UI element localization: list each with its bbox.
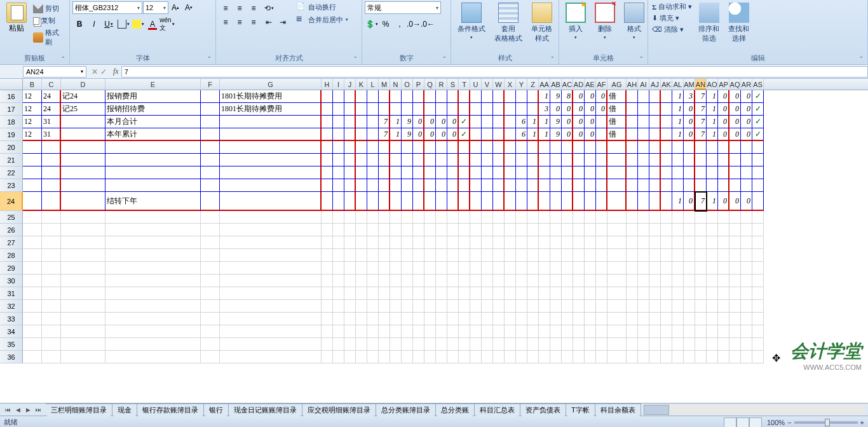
cell-Q27[interactable]	[424, 236, 436, 249]
cell-AM33[interactable]	[684, 313, 695, 325]
cell-AL21[interactable]	[672, 154, 684, 166]
cell-V17[interactable]	[482, 103, 493, 116]
cell-AL31[interactable]	[672, 287, 684, 300]
row-header-23[interactable]: 23	[0, 179, 23, 192]
col-header-O[interactable]: O	[402, 79, 413, 90]
cell-V21[interactable]	[482, 154, 493, 166]
cell-C36[interactable]	[42, 351, 61, 363]
cell-U28[interactable]	[470, 249, 482, 262]
cell-J29[interactable]	[344, 262, 356, 274]
cell-G32[interactable]	[220, 300, 322, 313]
cell-K20[interactable]	[356, 141, 367, 154]
cell-AA24[interactable]	[539, 192, 550, 211]
cell-U30[interactable]	[470, 274, 482, 287]
cell-G34[interactable]	[220, 325, 322, 338]
cell-AB29[interactable]	[550, 262, 562, 274]
cell-AS36[interactable]	[752, 351, 764, 363]
cell-AL34[interactable]	[672, 325, 684, 338]
cell-S22[interactable]	[447, 166, 459, 179]
cell-L19[interactable]	[367, 128, 379, 141]
cell-E26[interactable]	[105, 224, 201, 236]
cell-AO22[interactable]	[707, 166, 718, 179]
cell-S23[interactable]	[447, 179, 459, 192]
cell-AF34[interactable]	[596, 325, 607, 338]
cell-U24[interactable]	[470, 192, 482, 211]
cell-AO35[interactable]	[707, 338, 718, 351]
cell-AQ21[interactable]	[729, 154, 741, 166]
cell-AS20[interactable]	[752, 141, 764, 154]
cell-O32[interactable]	[402, 300, 413, 313]
cell-AS24[interactable]	[752, 192, 764, 211]
cell-O16[interactable]	[402, 90, 413, 103]
cell-AK28[interactable]	[661, 249, 672, 262]
clear-button[interactable]: ⌫清除 ▾	[651, 24, 693, 35]
cell-AM32[interactable]	[684, 300, 695, 313]
cell-B17[interactable]: 12	[23, 103, 42, 116]
cell-R27[interactable]	[436, 236, 447, 249]
cell-AC28[interactable]	[562, 249, 573, 262]
cell-O34[interactable]	[402, 325, 413, 338]
cell-style-button[interactable]: 单元格 样式	[527, 1, 556, 44]
cell-AD27[interactable]	[573, 236, 585, 249]
cell-O28[interactable]	[402, 249, 413, 262]
cell-AI23[interactable]	[638, 179, 649, 192]
col-header-AI[interactable]: AI	[638, 79, 649, 90]
cell-D21[interactable]	[61, 154, 105, 166]
cell-Q17[interactable]	[424, 103, 436, 116]
cell-AN32[interactable]	[695, 300, 707, 313]
cell-H22[interactable]	[322, 166, 333, 179]
cell-Q28[interactable]	[424, 249, 436, 262]
cell-B20[interactable]	[23, 141, 42, 154]
cell-AS21[interactable]	[752, 154, 764, 166]
cell-F26[interactable]	[201, 224, 220, 236]
cell-AN19[interactable]: 7	[695, 128, 707, 141]
zoom-level[interactable]: 100%	[767, 419, 785, 426]
col-header-D[interactable]: D	[61, 79, 105, 90]
row-header-16[interactable]: 16	[0, 90, 23, 103]
cell-D28[interactable]	[61, 249, 105, 262]
conditional-format-button[interactable]: 条件格式▾	[454, 1, 489, 41]
cell-C26[interactable]	[42, 224, 61, 236]
cell-S27[interactable]	[447, 236, 459, 249]
col-header-C[interactable]: C	[42, 79, 61, 90]
cell-AL20[interactable]	[672, 141, 684, 154]
cell-S24[interactable]	[447, 192, 459, 211]
cell-C16[interactable]: 24	[42, 90, 61, 103]
cell-Y25[interactable]	[516, 211, 527, 224]
cell-K25[interactable]	[356, 211, 367, 224]
cell-AP25[interactable]	[718, 211, 729, 224]
cell-F18[interactable]	[201, 116, 220, 128]
row-header-20[interactable]: 20	[0, 141, 23, 154]
cell-P30[interactable]	[413, 274, 424, 287]
col-header-AS[interactable]: AS	[752, 79, 764, 90]
cell-AC34[interactable]	[562, 325, 573, 338]
cell-O24[interactable]	[402, 192, 413, 211]
cell-M29[interactable]	[379, 262, 390, 274]
cell-K29[interactable]	[356, 262, 367, 274]
cell-W22[interactable]	[493, 166, 505, 179]
sheet-tab-8[interactable]: 科目汇总表	[474, 403, 520, 416]
cell-J34[interactable]	[344, 325, 356, 338]
cell-Q20[interactable]	[424, 141, 436, 154]
cell-AS18[interactable]: ✓	[752, 116, 764, 128]
cell-M36[interactable]	[379, 351, 390, 363]
cell-AQ35[interactable]	[729, 338, 741, 351]
cell-Q30[interactable]	[424, 274, 436, 287]
cell-U25[interactable]	[470, 211, 482, 224]
cell-J36[interactable]	[344, 351, 356, 363]
align-center-button[interactable]: ≡	[233, 15, 247, 29]
cell-V23[interactable]	[482, 179, 493, 192]
col-header-K[interactable]: K	[356, 79, 367, 90]
cell-AE19[interactable]: 0	[585, 128, 596, 141]
tab-first-button[interactable]: ⏮	[3, 405, 13, 415]
cell-O18[interactable]: 9	[402, 116, 413, 128]
cell-B31[interactable]	[23, 287, 42, 300]
cell-W17[interactable]	[493, 103, 505, 116]
cell-AF23[interactable]	[596, 179, 607, 192]
cell-AQ25[interactable]	[729, 211, 741, 224]
cell-AM28[interactable]	[684, 249, 695, 262]
align-right-button[interactable]: ≡	[247, 15, 261, 29]
cell-AK30[interactable]	[661, 274, 672, 287]
cell-AS29[interactable]	[752, 262, 764, 274]
cell-J18[interactable]	[344, 116, 356, 128]
